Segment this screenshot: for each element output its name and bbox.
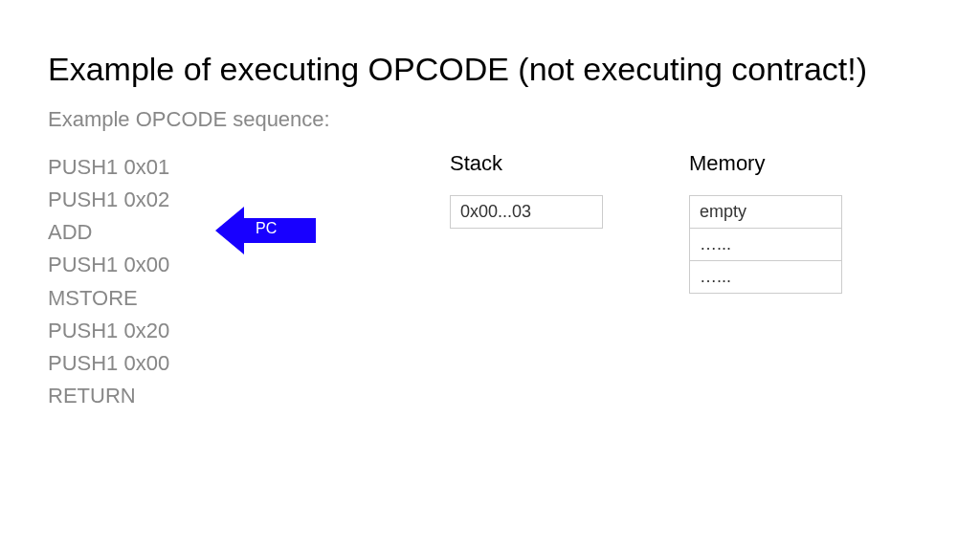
slide-subtitle: Example OPCODE sequence:: [48, 107, 932, 132]
memory-cell: …...: [689, 261, 842, 294]
memory-cell: empty: [689, 195, 842, 229]
opcode-line: RETURN: [48, 380, 450, 412]
slide-content: PUSH1 0x01 PUSH1 0x02 ADD PUSH1 0x00 MST…: [48, 151, 932, 412]
stack-header: Stack: [450, 151, 689, 176]
pc-label: PC: [256, 220, 277, 237]
opcode-line: MSTORE: [48, 282, 450, 315]
stack-column: Stack 0x00...03: [450, 151, 689, 412]
memory-cell: …...: [689, 229, 842, 261]
pc-pointer-arrow: PC: [215, 207, 321, 254]
opcode-line: PUSH1 0x20: [48, 315, 450, 347]
memory-column: Memory empty …... …...: [689, 151, 880, 412]
slide-title: Example of executing OPCODE (not executi…: [48, 48, 932, 90]
memory-header: Memory: [689, 151, 880, 176]
opcode-column: PUSH1 0x01 PUSH1 0x02 ADD PUSH1 0x00 MST…: [48, 151, 450, 412]
opcode-line: PUSH1 0x00: [48, 347, 450, 380]
stack-cell: 0x00...03: [450, 195, 603, 229]
opcode-line: PUSH1 0x01: [48, 151, 450, 184]
